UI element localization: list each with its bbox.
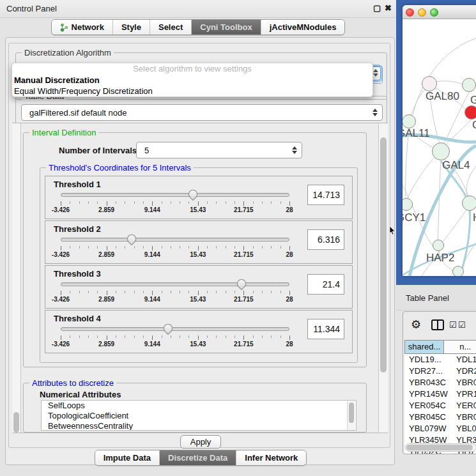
spinner-down-icon <box>373 73 378 77</box>
tick-label: -3.426 <box>52 251 70 258</box>
table-row[interactable]: YBR045CYBR0 <box>404 411 476 423</box>
tab-style[interactable]: Style <box>113 20 150 35</box>
cell-name: YDR2 <box>452 365 476 377</box>
node-label: GAL80 <box>426 90 459 103</box>
tab-jactivemnodules[interactable]: jActiveMNodules <box>261 20 345 35</box>
spinner-up-icon <box>373 69 378 72</box>
column-checkbox-icon[interactable]: ☑ <box>458 320 466 330</box>
network-window-titlebar[interactable] <box>403 5 476 19</box>
network-node[interactable] <box>464 105 476 119</box>
algorithm-dropdown-popup: Select algorithm to view settings Manual… <box>12 63 373 97</box>
threshold-slider[interactable]: -3.4262.8599.14415.4321.71528 <box>61 281 289 304</box>
split-table-icon[interactable] <box>431 319 444 330</box>
numerical-attributes-list[interactable]: SelfLoopsTopologicalCoefficientBetweenne… <box>41 400 357 431</box>
minimize-traffic-light-icon[interactable] <box>418 8 426 17</box>
network-node[interactable] <box>432 142 450 160</box>
table-horizontal-scrollbar[interactable] <box>405 443 476 452</box>
tick-label: 2.859 <box>98 251 114 258</box>
slider-thumb[interactable] <box>187 188 199 201</box>
table-data-value: galFiltered.sif default node <box>29 108 127 118</box>
bottom-tab-bar: Impute DataDiscretize DataInfer Network <box>6 450 395 466</box>
table-row[interactable]: YER054CYER0 <box>404 400 476 411</box>
table-row[interactable]: YBR043CYBR0 <box>404 377 476 388</box>
tab-select[interactable]: Select <box>150 20 192 35</box>
table-row[interactable]: YPR145WYPR1 <box>404 388 476 400</box>
node-label: HAP2 <box>426 252 454 265</box>
spinner-arrows-icon <box>372 109 378 116</box>
threshold-panel-1: Threshold 1-3.4262.8599.14415.4321.71528… <box>45 176 353 219</box>
cell-name: YBL0 <box>452 423 476 434</box>
right-scrollbar-thumb[interactable] <box>380 137 387 372</box>
list-item[interactable]: TopologicalCoefficient <box>42 411 356 421</box>
screen: Control Panel ▢ ✖ NetworkStyleSelectCyni… <box>0 0 476 476</box>
slider-thumb[interactable] <box>162 322 174 335</box>
list-scrollbar-thumb[interactable] <box>349 403 354 423</box>
threshold-slider[interactable]: -3.4262.8599.14415.4321.71528 <box>61 236 289 259</box>
tab-impute-data[interactable]: Impute Data <box>95 450 160 465</box>
table-row[interactable]: YDL19...YDL1 <box>404 354 476 365</box>
close-icon[interactable]: ✖ <box>385 3 392 13</box>
network-node[interactable] <box>462 78 476 92</box>
tab-infer-network[interactable]: Infer Network <box>236 450 306 465</box>
network-node[interactable] <box>403 114 416 128</box>
tick-label: 2.859 <box>98 341 114 348</box>
slider-thumb[interactable] <box>125 233 138 245</box>
threshold-value-field[interactable]: 14.713 <box>307 185 344 205</box>
column-checkbox-icon[interactable]: ☑ <box>449 320 457 330</box>
table-row[interactable]: YDR27...YDR2 <box>404 365 476 377</box>
tick-label: 21.715 <box>234 341 254 348</box>
dropdown-option-equal-width-frequency[interactable]: Equal Width/Frequency Discretization <box>12 86 372 96</box>
slider-ticks: -3.4262.8599.14415.4321.71528 <box>61 245 289 259</box>
table-row[interactable]: YBL079WYBL0 <box>404 423 476 434</box>
tick-label: 15.43 <box>190 296 206 303</box>
right-scrollbar[interactable] <box>378 123 388 433</box>
network-node[interactable] <box>433 240 444 251</box>
tab-network[interactable]: Network <box>52 20 113 35</box>
table-panel-title: Table Panel <box>406 293 449 303</box>
tick-label: 15.43 <box>190 251 206 258</box>
tick-label: -3.426 <box>52 341 70 348</box>
apply-button[interactable]: Apply <box>180 435 221 449</box>
cell-name: YDL1 <box>452 354 476 365</box>
list-scrollbar[interactable] <box>347 401 355 431</box>
table-horizontal-scrollbar-thumb[interactable] <box>406 445 473 450</box>
float-window-icon[interactable]: ▢ <box>373 3 381 13</box>
tick-label: 21.715 <box>234 251 254 258</box>
threshold-slider[interactable]: -3.4262.8599.14415.4321.71528 <box>61 326 289 349</box>
tab-label: Style <box>121 22 141 32</box>
number-of-intervals-spinner[interactable]: 5 <box>136 142 302 158</box>
threshold-value-field[interactable]: 11.344 <box>307 319 344 339</box>
left-scrollbar-thumb[interactable] <box>13 412 19 433</box>
tick-label: 28 <box>286 296 293 303</box>
left-scrollbar[interactable] <box>12 123 21 433</box>
group-title: Attributes to discretize <box>29 378 116 388</box>
numerical-attributes-label: Numerical Attributes <box>40 390 121 399</box>
slider-thumb[interactable] <box>235 277 248 290</box>
number-of-intervals-label: Number of Intervals <box>59 146 137 155</box>
zoom-traffic-light-icon[interactable] <box>430 8 438 17</box>
network-canvas[interactable]: GAL80GACGAL11GAL4GCY1HHAP2 <box>403 19 476 276</box>
network-node[interactable] <box>452 266 464 276</box>
tick-label: -3.426 <box>52 206 70 213</box>
list-item[interactable]: BetweennessCentrality <box>42 421 356 431</box>
threshold-value-field[interactable]: 21.4 <box>307 274 344 295</box>
network-node[interactable] <box>422 76 437 91</box>
cell-name: YPR1 <box>452 388 476 400</box>
thresholds-coordinates-group: Threshold's Coordinates for 5 Intervals … <box>40 167 358 363</box>
cell-shared-name: YBL079W <box>404 423 452 434</box>
tab-cyni-toolbox[interactable]: Cyni Toolbox <box>192 20 261 35</box>
tab-discretize-data[interactable]: Discretize Data <box>160 450 236 465</box>
close-traffic-light-icon[interactable] <box>406 8 414 17</box>
node-label: H <box>473 211 476 224</box>
cell-shared-name: YPR145W <box>404 388 452 400</box>
column-header-name[interactable]: n... <box>444 340 476 354</box>
threshold-slider[interactable]: -3.4262.8599.14415.4321.71528 <box>61 192 289 215</box>
slider-track <box>61 193 289 197</box>
list-item[interactable]: SelfLoops <box>42 401 356 411</box>
column-header-shared-name[interactable]: shared... <box>404 340 444 354</box>
network-node[interactable] <box>462 196 476 211</box>
threshold-value-field[interactable]: 6.316 <box>307 229 344 250</box>
table-data-combobox[interactable]: galFiltered.sif default node <box>21 104 383 121</box>
dropdown-option-manual-discretization[interactable]: Manual Discretization <box>12 75 372 86</box>
settings-gear-icon[interactable]: ⚙ <box>411 318 421 332</box>
